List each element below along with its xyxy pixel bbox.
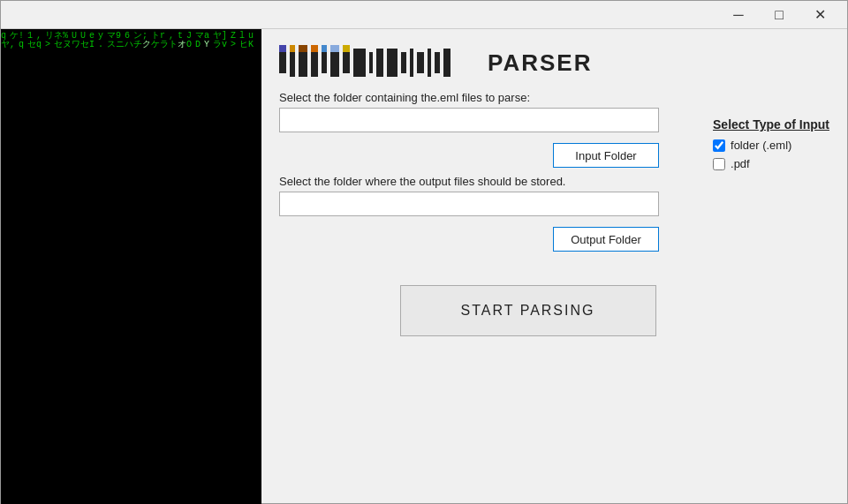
pdf-option[interactable]: .pdf [713, 157, 829, 170]
svg-rect-7 [353, 49, 366, 77]
pdf-checkbox[interactable] [713, 158, 725, 170]
logo-blocks [279, 45, 473, 80]
svg-rect-12 [410, 49, 413, 77]
svg-rect-14 [428, 49, 431, 77]
svg-rect-4 [322, 52, 327, 73]
svg-rect-15 [435, 52, 440, 73]
svg-rect-19 [299, 45, 307, 52]
close-button[interactable]: ✕ [799, 1, 840, 29]
app-header: PARSER [261, 29, 847, 91]
folder-eml-option[interactable]: folder (.eml) [713, 139, 829, 152]
matrix-panel [1, 29, 261, 504]
svg-rect-5 [330, 49, 339, 77]
input-folder-label: Select the folder containing the.eml fil… [279, 91, 829, 104]
svg-rect-16 [443, 49, 450, 77]
svg-rect-22 [330, 45, 339, 52]
svg-rect-23 [343, 45, 350, 52]
svg-rect-11 [401, 52, 406, 73]
start-btn-wrapper: START PARSING [226, 259, 829, 354]
svg-rect-21 [322, 45, 327, 52]
input-folder-button[interactable]: Input Folder [553, 143, 659, 168]
output-folder-label: Select the folder where the output files… [279, 175, 829, 188]
right-panel: PARSER Select Type of Input folder (.eml… [261, 29, 847, 504]
main-content: PARSER Select Type of Input folder (.eml… [1, 29, 847, 504]
main-window: ─ □ ✕ [0, 0, 848, 504]
output-folder-button[interactable]: Output Folder [553, 227, 659, 252]
svg-rect-8 [369, 52, 373, 73]
pdf-label: .pdf [731, 157, 750, 170]
maximize-button[interactable]: □ [759, 1, 799, 29]
folder-eml-checkbox[interactable] [713, 139, 725, 152]
svg-rect-9 [376, 49, 383, 77]
input-type-section: Select Type of Input folder (.eml) .pdf [713, 117, 829, 176]
title-bar: ─ □ ✕ [1, 1, 847, 29]
matrix-canvas [1, 29, 261, 504]
svg-rect-6 [343, 52, 350, 73]
svg-rect-3 [311, 49, 318, 77]
minimize-button[interactable]: ─ [718, 1, 759, 29]
svg-rect-0 [279, 52, 286, 73]
svg-rect-18 [290, 45, 295, 52]
svg-rect-10 [387, 49, 398, 77]
svg-rect-20 [311, 45, 318, 52]
title-bar-controls: ─ □ ✕ [718, 1, 840, 29]
folder-eml-label: folder (.eml) [731, 139, 791, 152]
svg-rect-1 [290, 49, 295, 77]
output-folder-row: Select the folder where the output files… [279, 175, 829, 252]
output-folder-field[interactable] [279, 192, 659, 216]
app-title: PARSER [488, 49, 592, 77]
start-parsing-button[interactable]: START PARSING [400, 285, 656, 336]
svg-rect-17 [279, 45, 286, 52]
logo-svg [279, 45, 473, 80]
svg-rect-13 [417, 52, 424, 73]
input-type-title: Select Type of Input [713, 117, 829, 132]
input-folder-field[interactable] [279, 108, 659, 132]
svg-rect-2 [299, 49, 307, 77]
